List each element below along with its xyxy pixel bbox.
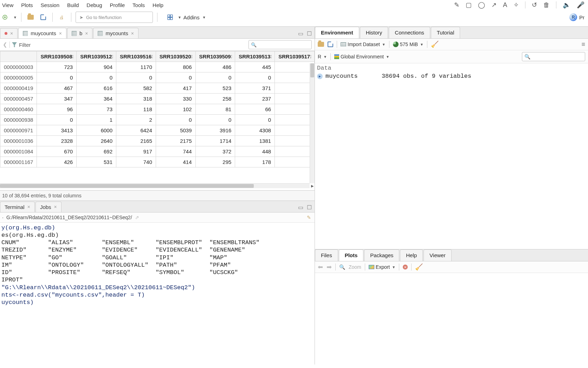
env-menu-icon[interactable]: ≡ — [581, 41, 585, 48]
column-header[interactable]: SRR1039516▲▼ — [116, 51, 156, 62]
mic-icon[interactable]: 🎤 — [577, 2, 584, 8]
goto-file-input[interactable]: ➤ Go to file/function — [76, 12, 153, 23]
tab-jobs[interactable]: Jobs × — [35, 202, 62, 212]
table-search-input[interactable]: 🔍 — [248, 40, 312, 49]
load-workspace-button[interactable] — [318, 42, 324, 47]
close-icon[interactable]: × — [10, 31, 13, 36]
square-icon[interactable]: ▢ — [466, 2, 472, 8]
table-row[interactable]: 0000000971341360006424503939164308 — [0, 125, 315, 136]
sort-icon[interactable]: ▲▼ — [230, 54, 233, 59]
maximize-pane-icon[interactable]: ☐ — [307, 30, 312, 37]
close-icon[interactable]: × — [59, 31, 62, 36]
panes-caret-icon[interactable]: ▼ — [178, 15, 181, 19]
console-output[interactable]: y(org.Hs.eg.db) es(org.Hs.eg.db) CNUM" "… — [0, 223, 315, 365]
remove-plot-button[interactable]: ✕ — [403, 265, 408, 269]
sort-icon[interactable]: ▲▼ — [151, 54, 154, 59]
source-tab-b[interactable]: b × — [67, 28, 93, 38]
table-row[interactable]: 0000000005000000 — [0, 72, 315, 83]
trash-icon[interactable]: 🗑 — [543, 2, 550, 8]
clear-plots-button[interactable]: 🧹 — [415, 263, 423, 271]
env-item-muycounts[interactable]: ▶ muycounts 38694 obs. of 9 variables — [317, 73, 586, 80]
zoom-icon[interactable]: 🔍 — [339, 264, 345, 270]
open-file-button[interactable] — [26, 12, 35, 22]
clear-env-button[interactable]: 🧹 — [431, 40, 439, 48]
table-row[interactable]: 0000001084670692917744372448 — [0, 146, 315, 157]
menu-debug[interactable]: Debug — [86, 2, 102, 8]
tab-tutorial[interactable]: Tutorial — [431, 27, 460, 38]
tab-history[interactable]: History — [360, 27, 388, 38]
circle-icon[interactable]: ◯ — [478, 2, 485, 8]
menu-view[interactable]: View — [2, 2, 13, 8]
tab-files[interactable]: Files — [315, 249, 338, 261]
sort-icon[interactable]: ▲▼ — [270, 54, 272, 59]
column-header[interactable]: SRR1039517▲▼ — [275, 51, 315, 62]
tab-plots[interactable]: Plots — [339, 249, 364, 261]
menu-tools[interactable]: Tools — [133, 2, 145, 8]
menu-plots[interactable]: Plots — [21, 2, 33, 8]
print-button[interactable]: 🖨 — [57, 12, 67, 22]
column-header[interactable]: SRR1039520▲▼ — [156, 51, 195, 62]
addins-button[interactable]: Addins — [183, 14, 200, 20]
minimize-pane-icon[interactable]: ▭ — [298, 204, 303, 211]
tab-packages[interactable]: Packages — [364, 249, 399, 261]
source-tab-mycounts[interactable]: mycounts × — [93, 28, 138, 38]
close-icon[interactable]: × — [54, 204, 57, 210]
column-header[interactable] — [0, 51, 37, 62]
env-scope-button[interactable]: Global Environment ▼ — [334, 54, 389, 59]
close-icon[interactable]: × — [85, 31, 88, 36]
env-search-input[interactable]: 🔍 — [522, 52, 585, 61]
table-row[interactable]: 0000000419467616582417523371 — [0, 83, 315, 94]
back-caret-icon[interactable]: ❮ — [3, 42, 7, 48]
arrow-icon[interactable]: ↗ — [491, 2, 497, 8]
panes-button[interactable] — [165, 12, 175, 22]
expand-icon[interactable]: ▶ — [317, 74, 323, 79]
close-icon[interactable]: × — [131, 31, 134, 36]
sort-icon[interactable]: ▲▼ — [111, 54, 114, 59]
table-row[interactable]: 0000001167426531740414295178 — [0, 157, 315, 167]
close-icon[interactable]: × — [27, 204, 30, 210]
save-workspace-button[interactable] — [328, 42, 333, 47]
column-header[interactable]: SRR1039509▲▼ — [195, 51, 235, 62]
sort-icon[interactable]: ▲▼ — [309, 54, 312, 59]
import-dataset-button[interactable]: Import Dataset ▼ — [341, 42, 386, 47]
table-row[interactable]: 0000001036232826402165217517141381 — [0, 136, 315, 146]
tab-environment[interactable]: Environment — [315, 27, 359, 38]
menu-profile[interactable]: Profile — [110, 2, 125, 8]
source-tab-unsaved[interactable]: × — [0, 28, 18, 38]
plot-prev-button[interactable]: ⬅ — [318, 263, 323, 271]
column-header[interactable]: SRR1039513▲▼ — [235, 51, 275, 62]
menu-session[interactable]: Session — [41, 2, 59, 8]
volume-icon[interactable]: 🔈 — [563, 2, 570, 8]
menu-help[interactable]: Help — [153, 2, 163, 8]
table-row[interactable]: 00000000037239041170806486445 — [0, 62, 315, 72]
table-row[interactable]: 000000046096731181028166 — [0, 104, 315, 115]
wand-icon[interactable]: ✧ — [513, 2, 519, 8]
table-row[interactable]: 0000000457347364318330258237 — [0, 94, 315, 104]
broom-icon[interactable]: ✎ — [307, 215, 311, 220]
column-header[interactable]: SRR1039508▲▼ — [37, 51, 77, 62]
maximize-pane-icon[interactable]: ☐ — [307, 204, 312, 211]
new-file-caret-icon[interactable]: ▼ — [13, 15, 17, 19]
undo-icon[interactable]: ↺ — [532, 2, 537, 8]
minimize-pane-icon[interactable]: ▭ — [298, 30, 303, 37]
addins-caret-icon[interactable]: ▼ — [202, 15, 206, 19]
tab-help[interactable]: Help — [400, 249, 423, 261]
export-button[interactable]: Export ▼ — [369, 264, 395, 270]
text-icon[interactable]: A — [503, 2, 507, 8]
column-header[interactable]: SRR1039512▲▼ — [77, 51, 116, 62]
vertical-scrollbar[interactable] — [310, 63, 315, 183]
popout-icon[interactable]: ⇗ — [135, 215, 139, 220]
pencil-icon[interactable]: ✎ — [454, 2, 459, 8]
tab-connections[interactable]: Connections — [389, 27, 430, 38]
horizontal-scrollbar[interactable]: ▶ — [0, 183, 310, 188]
table-row[interactable]: 0000000938012000 — [0, 115, 315, 125]
new-file-button[interactable] — [0, 12, 10, 22]
sort-icon[interactable]: ▲▼ — [71, 54, 74, 59]
sort-icon[interactable]: ▲▼ — [190, 54, 193, 59]
menu-build[interactable]: Build — [67, 2, 79, 8]
tab-terminal[interactable]: Terminal × — [0, 202, 35, 212]
r-scope-button[interactable]: R ▼ — [318, 54, 327, 59]
source-tab-muycounts[interactable]: muycounts × — [18, 28, 66, 38]
save-button[interactable] — [38, 12, 48, 22]
filter-button[interactable]: Filter — [19, 42, 31, 48]
